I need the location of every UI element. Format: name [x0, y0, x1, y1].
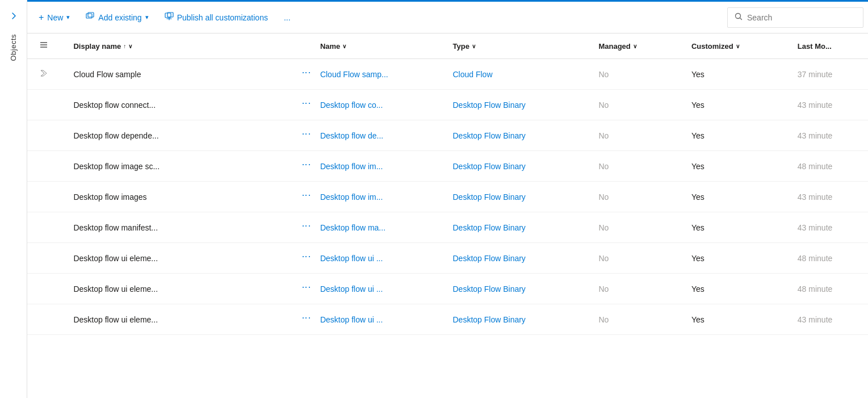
- row-last-modified: 43 minute: [789, 212, 868, 243]
- type-sort[interactable]: Type ∨: [452, 42, 475, 51]
- row-menu-cell[interactable]: ⋮: [290, 274, 311, 304]
- row-icon-cell: [27, 182, 64, 212]
- row-last-modified: 48 minute: [789, 274, 868, 304]
- row-type: Desktop Flow Binary: [443, 182, 589, 212]
- svg-rect-1: [88, 12, 94, 17]
- publish-label: Publish all customizations: [177, 13, 268, 22]
- search-input[interactable]: [747, 13, 856, 22]
- row-context-menu-button[interactable]: ⋮: [299, 282, 311, 294]
- row-type: Desktop Flow Binary: [443, 151, 589, 182]
- row-customized: Yes: [682, 304, 789, 335]
- row-context-menu-button[interactable]: ⋮: [299, 67, 311, 79]
- managed-sort[interactable]: Managed ∨: [598, 42, 636, 51]
- row-menu-cell[interactable]: ⋮: [290, 243, 311, 274]
- sidebar-panel: Objects: [0, 0, 27, 398]
- row-context-menu-button[interactable]: ⋮: [299, 98, 311, 110]
- row-menu-cell[interactable]: ⋮: [290, 212, 311, 243]
- customized-sort-icon[interactable]: ∨: [736, 43, 740, 49]
- list-view-icon[interactable]: [39, 41, 48, 51]
- row-menu-cell[interactable]: ⋮: [290, 90, 311, 120]
- table-row: Desktop flow ui eleme...⋮Desktop flow ui…: [27, 304, 868, 335]
- col-header-type[interactable]: Type ∨: [443, 33, 589, 59]
- type-sort-icon[interactable]: ∨: [472, 43, 476, 49]
- row-name[interactable]: Cloud Flow samp...: [311, 59, 444, 90]
- new-label: New: [47, 13, 63, 22]
- table-body: Cloud Flow sample⋮Cloud Flow samp...Clou…: [27, 59, 868, 335]
- row-type: Cloud Flow: [443, 59, 589, 90]
- row-customized: Yes: [682, 212, 789, 243]
- add-existing-icon: [86, 12, 95, 23]
- row-context-menu-button[interactable]: ⋮: [299, 190, 311, 202]
- new-button[interactable]: + New ▾: [32, 9, 77, 26]
- sidebar-toggle-button[interactable]: [5, 7, 23, 25]
- sort-desc-icon[interactable]: ∨: [128, 43, 132, 49]
- row-menu-cell[interactable]: ⋮: [290, 59, 311, 90]
- row-name[interactable]: Desktop flow im...: [311, 151, 444, 182]
- row-menu-cell[interactable]: ⋮: [290, 151, 311, 182]
- managed-sort-icon[interactable]: ∨: [633, 43, 637, 49]
- row-managed: No: [589, 243, 682, 274]
- row-menu-cell[interactable]: ⋮: [290, 120, 311, 151]
- main-content: + New ▾ Add existing ▾ Publis: [27, 0, 868, 398]
- search-box[interactable]: [727, 7, 863, 28]
- col-header-customized[interactable]: Customized ∨: [682, 33, 789, 59]
- row-managed: No: [589, 59, 682, 90]
- row-display-name: Desktop flow ui eleme...: [64, 304, 290, 335]
- row-customized: Yes: [682, 59, 789, 90]
- row-type: Desktop Flow Binary: [443, 212, 589, 243]
- row-name[interactable]: Desktop flow de...: [311, 120, 444, 151]
- row-icon-cell: [27, 243, 64, 274]
- row-name[interactable]: Desktop flow ui ...: [311, 274, 444, 304]
- table-row: Desktop flow ui eleme...⋮Desktop flow ui…: [27, 274, 868, 304]
- row-name[interactable]: Desktop flow ui ...: [311, 304, 444, 335]
- publish-button[interactable]: Publish all customizations: [158, 9, 275, 26]
- row-menu-cell[interactable]: ⋮: [290, 182, 311, 212]
- row-customized: Yes: [682, 243, 789, 274]
- col-header-display-name[interactable]: Display name ↑ ∨: [64, 33, 290, 59]
- row-name[interactable]: Desktop flow co...: [311, 90, 444, 120]
- row-menu-cell[interactable]: ⋮: [290, 304, 311, 335]
- col-header-last-modified[interactable]: Last Mo...: [789, 33, 868, 59]
- new-chevron-icon[interactable]: ▾: [66, 14, 70, 21]
- row-display-name: Desktop flow ui eleme...: [64, 243, 290, 274]
- row-name[interactable]: Desktop flow ma...: [311, 212, 444, 243]
- publish-icon: [165, 12, 174, 23]
- flow-icon: [40, 70, 48, 79]
- add-existing-button[interactable]: Add existing ▾: [79, 9, 155, 26]
- search-icon: [735, 12, 743, 22]
- row-icon-cell: [27, 90, 64, 120]
- row-context-menu-button[interactable]: ⋮: [299, 251, 311, 263]
- row-icon-cell: [27, 274, 64, 304]
- row-icon-cell: [27, 120, 64, 151]
- row-name[interactable]: Desktop flow im...: [311, 182, 444, 212]
- row-last-modified: 48 minute: [789, 151, 868, 182]
- row-context-menu-button[interactable]: ⋮: [299, 128, 311, 141]
- col-header-managed[interactable]: Managed ∨: [589, 33, 682, 59]
- col-header-menu: [290, 33, 311, 59]
- row-icon-cell: [27, 59, 64, 90]
- row-context-menu-button[interactable]: ⋮: [299, 220, 311, 233]
- row-context-menu-button[interactable]: ⋮: [299, 159, 311, 171]
- row-last-modified: 48 minute: [789, 243, 868, 274]
- row-last-modified: 43 minute: [789, 90, 868, 120]
- customized-sort[interactable]: Customized ∨: [691, 42, 740, 51]
- svg-point-4: [736, 14, 741, 19]
- sort-asc-icon[interactable]: ↑: [123, 43, 126, 49]
- name-sort-icon[interactable]: ∨: [342, 43, 346, 49]
- col-header-name[interactable]: Name ∨: [311, 33, 444, 59]
- table-row: Desktop flow image sc...⋮Desktop flow im…: [27, 151, 868, 182]
- row-name[interactable]: Desktop flow ui ...: [311, 243, 444, 274]
- svg-rect-0: [86, 14, 92, 18]
- table-row: Desktop flow manifest...⋮Desktop flow ma…: [27, 212, 868, 243]
- row-display-name: Desktop flow depende...: [64, 120, 290, 151]
- row-last-modified: 43 minute: [789, 182, 868, 212]
- more-button[interactable]: ...: [277, 10, 297, 26]
- display-name-sort[interactable]: Display name ↑ ∨: [73, 42, 132, 51]
- add-existing-chevron-icon[interactable]: ▾: [145, 14, 149, 21]
- name-sort[interactable]: Name ∨: [320, 42, 346, 51]
- row-type: Desktop Flow Binary: [443, 120, 589, 151]
- row-context-menu-button[interactable]: ⋮: [299, 312, 311, 325]
- row-type: Desktop Flow Binary: [443, 274, 589, 304]
- row-customized: Yes: [682, 274, 789, 304]
- row-display-name: Desktop flow image sc...: [64, 151, 290, 182]
